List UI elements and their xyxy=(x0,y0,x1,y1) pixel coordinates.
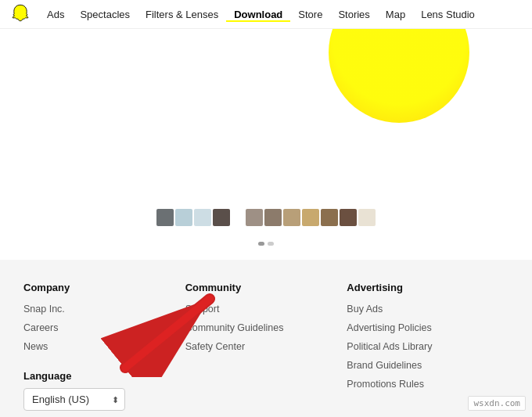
swatches-area xyxy=(0,201,532,252)
nav-item-filters[interactable]: Filters & Lenses xyxy=(138,7,226,21)
footer-col-advertising: Advertising Buy Ads Advertising Policies… xyxy=(347,282,509,411)
language-select[interactable]: English (US) Español Français Deutsch 日本… xyxy=(23,388,125,411)
swatch-7 xyxy=(283,209,300,226)
footer-link-news[interactable]: News xyxy=(23,339,185,353)
footer-company-links: Snap Inc. Careers News xyxy=(23,301,185,353)
footer-link-careers[interactable]: Careers xyxy=(23,320,185,334)
snapchat-logo[interactable] xyxy=(9,3,31,25)
nav-item-store[interactable]: Store xyxy=(290,7,330,21)
main-content xyxy=(0,29,532,252)
swatch-5 xyxy=(246,209,263,226)
page-dots xyxy=(258,242,274,246)
footer-link-community-guidelines[interactable]: Community Guidelines xyxy=(185,320,347,334)
page-dot-2 xyxy=(268,242,274,246)
page-dot-1 xyxy=(258,242,264,246)
language-title: Language xyxy=(23,370,185,382)
footer-columns: Company Snap Inc. Careers News Language … xyxy=(23,282,509,411)
swatch-6 xyxy=(264,209,282,226)
footer-link-support[interactable]: Support xyxy=(185,301,347,315)
footer-col-company: Company Snap Inc. Careers News Language … xyxy=(23,282,185,411)
footer: Company Snap Inc. Careers News Language … xyxy=(0,260,532,417)
nav-links: Ads Spectacles Filters & Lenses Download… xyxy=(39,7,483,21)
language-select-wrapper: English (US) Español Français Deutsch 日本… xyxy=(23,388,125,411)
swatch-8 xyxy=(302,209,319,226)
footer-language: Language English (US) Español Français D… xyxy=(23,370,185,411)
swatch-3 xyxy=(194,209,211,226)
swatch-11 xyxy=(358,209,376,226)
yellow-ghost-graphic xyxy=(329,29,469,123)
swatch-group-1 xyxy=(156,209,230,226)
hero-area xyxy=(0,29,532,201)
footer-link-political-ads[interactable]: Political Ads Library xyxy=(347,339,509,353)
watermark: wsxdn.com xyxy=(468,396,526,411)
nav-item-map[interactable]: Map xyxy=(378,7,413,21)
swatches-row xyxy=(156,209,376,226)
footer-link-advertising-policies[interactable]: Advertising Policies xyxy=(347,320,509,334)
footer-col-community: Community Support Community Guidelines S… xyxy=(185,282,347,411)
footer-community-title: Community xyxy=(185,282,347,293)
footer-company-title: Company xyxy=(23,282,185,293)
nav-item-spectacles[interactable]: Spectacles xyxy=(72,7,138,21)
nav-item-ads[interactable]: Ads xyxy=(39,7,72,21)
navbar: Ads Spectacles Filters & Lenses Download… xyxy=(0,0,532,29)
nav-item-lens-studio[interactable]: Lens Studio xyxy=(413,7,483,21)
footer-link-snapinc[interactable]: Snap Inc. xyxy=(23,301,185,315)
footer-advertising-links: Buy Ads Advertising Policies Political A… xyxy=(347,301,509,390)
swatch-1 xyxy=(156,209,174,226)
swatch-10 xyxy=(340,209,357,226)
footer-link-promotions-rules[interactable]: Promotions Rules xyxy=(347,376,509,390)
footer-community-links: Support Community Guidelines Safety Cent… xyxy=(185,301,347,353)
swatch-4 xyxy=(213,209,230,226)
swatch-2 xyxy=(175,209,192,226)
nav-item-stories[interactable]: Stories xyxy=(330,7,377,21)
swatch-9 xyxy=(321,209,338,226)
footer-link-safety-center[interactable]: Safety Center xyxy=(185,339,347,353)
footer-advertising-title: Advertising xyxy=(347,282,509,293)
swatch-group-2 xyxy=(246,209,376,226)
footer-link-buy-ads[interactable]: Buy Ads xyxy=(347,301,509,315)
footer-link-brand-guidelines[interactable]: Brand Guidelines xyxy=(347,358,509,372)
nav-item-download[interactable]: Download xyxy=(226,7,290,21)
